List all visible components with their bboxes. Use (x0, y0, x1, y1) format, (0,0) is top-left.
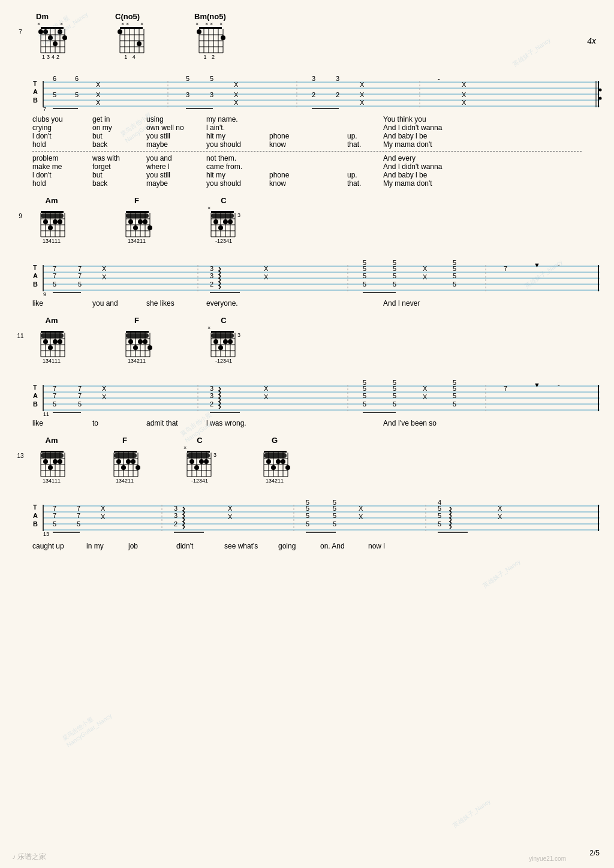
svg-point-341 (194, 465, 199, 470)
section-3: Am (18, 316, 596, 427)
svg-point-227 (148, 345, 152, 350)
lyrics-section-2: like you and she likes everyone. And I n… (32, 299, 596, 308)
lyric: my name. (206, 115, 269, 123)
svg-text:X: X (234, 99, 239, 106)
svg-text:×: × (183, 445, 186, 451)
lyric: you still (146, 132, 206, 140)
chord-am-1-fingers: 134111 (43, 238, 61, 244)
svg-text:X: X (359, 513, 363, 520)
svg-text:×: × (126, 21, 129, 27)
svg-point-112 (58, 219, 62, 224)
lyric: you should (206, 140, 269, 149)
lyric: admit that (146, 419, 206, 427)
lyric: she likes (146, 299, 206, 308)
chord-c-2-grid: × 3 (206, 325, 241, 358)
lyric: that. (347, 140, 383, 149)
svg-text:5: 5 (453, 281, 456, 288)
chord-f-2: F (121, 316, 152, 364)
svg-text:X: X (101, 505, 106, 512)
lyric: And baby l be (383, 171, 596, 179)
watermark-6: 英雄妹子_Nancy (481, 557, 523, 590)
svg-point-50 (197, 29, 201, 34)
svg-text:X: X (423, 273, 428, 281)
svg-rect-143 (211, 213, 234, 218)
svg-point-110 (48, 225, 53, 230)
svg-text:X: X (423, 393, 428, 400)
svg-point-358 (276, 459, 281, 464)
svg-point-129 (148, 225, 152, 230)
lyric (269, 162, 311, 171)
svg-point-125 (128, 219, 133, 224)
svg-text:3: 3 (210, 385, 213, 392)
chord-c-2-name: C (221, 316, 226, 325)
svg-text:X: X (96, 81, 101, 88)
svg-text:5: 5 (393, 385, 396, 392)
lyric: you should (206, 179, 269, 188)
svg-text:A: A (33, 392, 38, 399)
svg-text:X: X (234, 91, 239, 98)
chord-f-2-fingers: 134211 (128, 358, 146, 364)
svg-text:3: 3 (210, 91, 213, 98)
chord-dm-fret: 7 (19, 29, 22, 35)
chord-am-1-fret: 9 (19, 213, 22, 219)
chord-am-2: Am (36, 316, 67, 370)
chord-bmno5-name: Bm(no5) (194, 12, 226, 21)
svg-text:2: 2 (336, 91, 339, 98)
svg-point-209 (53, 339, 58, 344)
svg-point-244 (223, 339, 228, 344)
svg-point-145 (218, 225, 223, 230)
lyric (269, 115, 311, 123)
svg-text:X: X (264, 393, 269, 400)
chord-f-1: F (121, 196, 152, 244)
svg-point-144 (213, 219, 218, 224)
watermark-8: 英雄妹子_Nancy (452, 797, 493, 830)
svg-text:X: X (264, 265, 269, 272)
lyric: clubs you (32, 115, 92, 123)
svg-rect-328 (187, 451, 210, 453)
chord-f-1-fingers: 134211 (128, 238, 146, 244)
lyric: get in (92, 115, 146, 123)
svg-point-67 (599, 89, 602, 92)
chord-c-3-name: C (197, 436, 202, 445)
chord-c-3: C × 3 (182, 436, 217, 484)
svg-text:X: X (264, 385, 269, 392)
svg-point-305 (43, 459, 48, 464)
svg-text:5: 5 (78, 281, 82, 288)
svg-text:X: X (102, 393, 107, 400)
chord-am-1: Am (36, 196, 67, 251)
lyric (269, 299, 311, 308)
lyric: And I've been so (383, 419, 596, 427)
svg-text:5: 5 (453, 265, 456, 272)
svg-text:5: 5 (438, 520, 441, 528)
svg-text:X: X (102, 273, 107, 281)
svg-text:7: 7 (77, 512, 80, 519)
svg-text:5: 5 (453, 400, 456, 408)
lyric: in my (86, 542, 128, 550)
lyric: My mama don't (383, 140, 596, 149)
lyric: where l (146, 162, 206, 171)
svg-text:X: X (423, 265, 428, 272)
lyric: but (92, 132, 146, 140)
svg-text:6: 6 (53, 75, 56, 82)
svg-point-322 (121, 465, 126, 470)
chord-c-1: C × 3 (206, 196, 241, 244)
chord-dm-name: Dm (36, 12, 49, 21)
svg-point-223 (128, 339, 133, 344)
svg-text:X: X (498, 513, 502, 520)
svg-text:×: × (195, 21, 198, 27)
svg-text:3: 3 (213, 452, 216, 458)
lyrics-section-1b: problem was with you and not them. And e… (32, 154, 596, 188)
svg-text:X: X (96, 99, 101, 106)
lyric: hold (32, 179, 92, 188)
chord-cno5-name: C(no5) (115, 12, 140, 21)
svg-text:×: × (210, 21, 213, 27)
svg-text:7: 7 (53, 272, 56, 279)
svg-text:5: 5 (306, 520, 309, 528)
svg-point-357 (271, 465, 276, 470)
svg-text:6: 6 (75, 75, 79, 82)
svg-text:X: X (102, 265, 107, 272)
svg-text:5: 5 (393, 392, 396, 399)
lyric: phone (269, 171, 311, 179)
lyrics-section-4: caught up in my job didn't see what's go… (32, 542, 596, 550)
chord-c-3-grid: × 3 (182, 445, 217, 478)
